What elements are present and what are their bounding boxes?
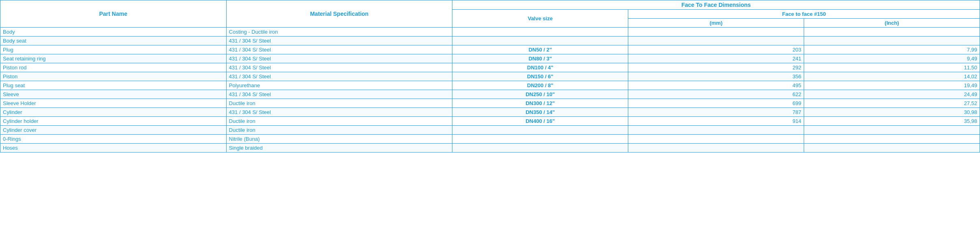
valve-size-cell: DN150 / 6": [452, 72, 628, 81]
valve-size-cell: [452, 28, 628, 37]
mm-cell: 699: [628, 99, 804, 108]
mm-cell: 203: [628, 45, 804, 54]
material-cell: 431 / 304 S/ Steel: [226, 108, 452, 117]
part-name-cell: 0-Rings: [0, 135, 227, 144]
mm-cell: [628, 28, 804, 37]
valve-size-cell: DN400 / 16": [452, 117, 628, 126]
inch-cell: 27,52: [804, 99, 980, 108]
material-cell: Costing - Ductile iron: [226, 28, 452, 37]
part-name-cell: Cylinder: [0, 108, 227, 117]
part-name-cell: Cylinder cover: [0, 126, 227, 135]
mm-cell: 622: [628, 90, 804, 99]
mm-cell: 495: [628, 81, 804, 90]
mm-header: (mm): [628, 19, 804, 28]
mm-cell: [628, 126, 804, 135]
inch-cell: [804, 144, 980, 153]
material-cell: 431 / 304 S/ Steel: [226, 45, 452, 54]
part-name-cell: Hoses: [0, 144, 227, 153]
material-spec-header: Material Specification: [226, 0, 452, 28]
part-name-cell: Plug: [0, 45, 227, 54]
mm-cell: [628, 135, 804, 144]
inch-cell: [804, 37, 980, 45]
valve-size-header: Valve size: [452, 10, 628, 28]
inch-cell: [804, 135, 980, 144]
material-cell: 431 / 304 S/ Steel: [226, 37, 452, 45]
inch-cell: 14,02: [804, 72, 980, 81]
part-name-cell: Cylinder holder: [0, 117, 227, 126]
inch-cell: 11,50: [804, 63, 980, 72]
valve-size-cell: DN100 / 4": [452, 63, 628, 72]
part-name-cell: Sleeve: [0, 90, 227, 99]
material-cell: 431 / 304 S/ Steel: [226, 63, 452, 72]
mm-cell: 292: [628, 63, 804, 72]
mm-cell: 241: [628, 54, 804, 63]
valve-size-cell: [452, 144, 628, 153]
material-cell: Ductile iron: [226, 126, 452, 135]
material-cell: 431 / 304 S/ Steel: [226, 72, 452, 81]
valve-size-cell: DN250 / 10": [452, 90, 628, 99]
main-table: Part Name Material Specification Face To…: [0, 0, 980, 153]
part-name-cell: Body seat: [0, 37, 227, 45]
material-cell: Nitrile (Buna): [226, 135, 452, 144]
mm-cell: [628, 37, 804, 45]
inch-cell: 35,98: [804, 117, 980, 126]
valve-size-cell: DN200 / 8": [452, 81, 628, 90]
valve-size-cell: DN300 / 12": [452, 99, 628, 108]
material-cell: Ductile iron: [226, 99, 452, 108]
inch-header: (Inch): [804, 19, 980, 28]
face-to-face-150-header: Face to face #150: [628, 10, 980, 19]
valve-size-cell: [452, 126, 628, 135]
valve-size-cell: DN350 / 14": [452, 108, 628, 117]
inch-cell: [804, 28, 980, 37]
inch-cell: 9,49: [804, 54, 980, 63]
material-cell: Polyurethane: [226, 81, 452, 90]
mm-cell: 914: [628, 117, 804, 126]
inch-cell: 19,49: [804, 81, 980, 90]
part-name-cell: Piston rod: [0, 63, 227, 72]
mm-cell: 356: [628, 72, 804, 81]
mm-cell: [628, 144, 804, 153]
material-cell: Ductile iron: [226, 117, 452, 126]
part-name-cell: Sleeve Holder: [0, 99, 227, 108]
inch-cell: 7,99: [804, 45, 980, 54]
mm-cell: 787: [628, 108, 804, 117]
inch-cell: 24,49: [804, 90, 980, 99]
valve-size-cell: DN50 / 2": [452, 45, 628, 54]
part-name-cell: Seat retaining ring: [0, 54, 227, 63]
face-to-face-header: Face To Face Dimensions: [452, 0, 980, 10]
part-name-cell: Body: [0, 28, 227, 37]
part-name-cell: Piston: [0, 72, 227, 81]
valve-size-cell: [452, 135, 628, 144]
material-cell: Single braided: [226, 144, 452, 153]
part-name-cell: Plug seat: [0, 81, 227, 90]
inch-cell: 30,98: [804, 108, 980, 117]
part-name-header: Part Name: [0, 0, 227, 28]
valve-size-cell: [452, 37, 628, 45]
inch-cell: [804, 126, 980, 135]
valve-size-cell: DN80 / 3": [452, 54, 628, 63]
material-cell: 431 / 304 S/ Steel: [226, 90, 452, 99]
material-cell: 431 / 304 S/ Steel: [226, 54, 452, 63]
